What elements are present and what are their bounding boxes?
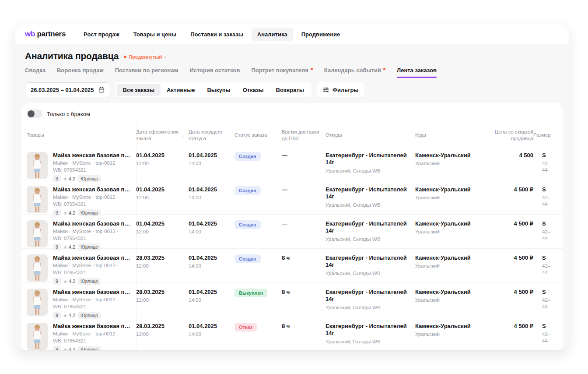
price-value: 4 500 ₽ (485, 186, 533, 193)
destination-region: Уральский (415, 229, 480, 235)
order-row[interactable]: Майка женская базовая под пи… Майки · My… (21, 317, 563, 350)
destination-region: Уральский (415, 194, 480, 201)
size-cell: S 42–44 (533, 186, 556, 208)
price-value: 4 500 (485, 152, 533, 159)
menu-item[interactable]: Товары и цены (128, 28, 182, 41)
origin-cell: Екатеринбург - Испытателей 14г Уральский… (326, 152, 415, 174)
column-header-label: Цена со скидкой продавца (485, 129, 533, 142)
product-title: Майка женская базовая под пи… (53, 186, 131, 193)
tab[interactable]: Портрет покупателя (251, 67, 312, 79)
menu-item[interactable]: Рост продаж (78, 28, 125, 41)
column-header: Время доставки до ПВЗ (282, 129, 326, 142)
tab[interactable]: Лента заказов (397, 67, 437, 79)
menu-item[interactable]: Аналитика (252, 28, 293, 41)
menu-item[interactable]: Поставки и заказы (185, 28, 249, 41)
order-status-badge: Создан (234, 254, 261, 263)
product-chips: 9 ★4,2 Юрлицо (53, 209, 131, 216)
qty-chip: 9 (53, 278, 61, 285)
order-date: 01.04.2025 (136, 152, 183, 159)
order-row[interactable]: Майка женская базовая под пи… Майки · My… (21, 282, 563, 317)
title-row: Аналитика продавца Продвинутый › (25, 51, 559, 61)
segment-button[interactable]: Возвраты (270, 84, 310, 96)
delivery-time-cell: — (282, 186, 326, 193)
segment-button[interactable]: Все заказы (117, 84, 161, 96)
order-time: 12:00 (136, 160, 183, 167)
toggle-row: Только с браком (21, 103, 563, 124)
price-cell: 4 500 (485, 152, 533, 159)
tab[interactable]: Календарь событий (324, 67, 385, 79)
product-wb-number: WB: 07654321 (53, 201, 131, 207)
origin: Екатеринбург - Испытателей 14г (326, 220, 410, 235)
order-row[interactable]: Майка женская базовая под пи… Майки · My… (21, 146, 563, 180)
order-date-cell: 28.03.2025 12:00 (136, 289, 189, 303)
order-status-badge: Создан (234, 186, 261, 195)
star-icon: ★ (63, 245, 67, 250)
order-time: 12:00 (136, 263, 183, 269)
product-wb-number: WB: 07654321 (53, 303, 131, 310)
plan-badge[interactable]: Продвинутый › (124, 54, 166, 60)
tab[interactable]: Сводка (25, 67, 46, 79)
filters-button[interactable]: Фильтры (317, 82, 365, 97)
tab-label: Поставки по регионам (115, 67, 178, 74)
order-time: 12:00 (136, 229, 183, 235)
tab[interactable]: Поставки по регионам (115, 67, 178, 79)
segment-button[interactable]: Активные (161, 84, 201, 96)
tab[interactable]: Воронка продаж (57, 67, 104, 79)
order-date: 01.04.2025 (136, 186, 183, 193)
destination: Каменск-Уральский (415, 152, 480, 159)
product-rating: ★4,2 (63, 347, 75, 350)
origin-cell: Екатеринбург - Испытателей 14г Уральский… (326, 254, 415, 276)
entity-chip: Юрлицо (78, 209, 101, 216)
product-subtitle: Майки · MyStore · top-0012 · (53, 262, 131, 268)
order-status-badge: Выкуплен (234, 289, 267, 297)
segment-button[interactable]: Отказы (237, 84, 270, 96)
column-header-label: Время доставки до ПВЗ (282, 129, 321, 142)
product-rating: ★4,2 (63, 279, 75, 284)
column-divider (136, 124, 136, 350)
origin-region: Уральский, Склады WB (326, 236, 410, 243)
order-row[interactable]: Майка женская базовая под пи… Майки · My… (21, 214, 563, 248)
tab-label: Календарь событий (324, 67, 381, 74)
tab-label: Портрет покупателя (251, 67, 308, 74)
status-cell: Создан (234, 186, 282, 195)
product-cell: Майка женская базовая под пи… Майки · My… (27, 220, 136, 251)
order-status-badge: Создан (234, 152, 261, 161)
size-cell: S 42–44 (533, 220, 556, 242)
product-wb-number: WB: 07654321 (53, 269, 131, 275)
rating-value: 4,2 (69, 176, 75, 181)
product-wb-number: WB: 07654321 (53, 235, 131, 241)
order-date-cell: 01.04.2025 12:00 (136, 220, 189, 235)
status-date-cell: 01.04.2025 14:00 (189, 186, 234, 201)
tab[interactable]: История остатков (189, 67, 240, 79)
product-cell: Майка женская базовая под пи… Майки · My… (27, 289, 136, 319)
origin: Екатеринбург - Испытателей 14г (326, 152, 410, 166)
star-icon: ★ (63, 279, 67, 284)
page-title: Аналитика продавца (25, 51, 119, 61)
size-range: 42–44 (542, 331, 556, 344)
entity-chip: Юрлицо (78, 175, 101, 182)
entity-chip: Юрлицо (78, 278, 101, 285)
column-header: Размер (533, 132, 556, 138)
product-cell: Майка женская базовая под пи… Майки · My… (27, 254, 136, 285)
order-time: 12:00 (136, 331, 183, 338)
order-row[interactable]: Майка женская базовая под пи… Майки · My… (21, 180, 563, 214)
destination-cell: Каменск-Уральский Уральский (415, 186, 485, 201)
date-range-picker[interactable]: 26.03.2025 – 01.04.2025 (25, 82, 110, 97)
price-cell: 4 500 ₽ (485, 220, 533, 227)
product-image (27, 254, 48, 282)
toggle-knob (28, 110, 35, 117)
menu-item[interactable]: Продвижение (296, 28, 346, 41)
delivery-time-cell: 8 ч (282, 323, 326, 330)
sort-desc-icon[interactable]: ↓ (228, 132, 230, 138)
sort-desc-icon[interactable]: ↓ (182, 132, 184, 138)
segment-button[interactable]: Выкупы (201, 84, 236, 96)
order-row[interactable]: Майка женская базовая под пи… Майки · My… (21, 248, 563, 282)
column-header-label: Дата оформления заказа (136, 129, 180, 142)
column-header-label: Куда (415, 132, 426, 138)
wb-partners-logo: wb partners (25, 30, 66, 39)
origin-region: Уральский, Склады WB (326, 168, 410, 174)
defect-only-toggle[interactable] (27, 109, 42, 118)
product-image (27, 289, 48, 316)
rating-value: 4,2 (69, 244, 75, 250)
product-info: Майка женская базовая под пи… Майки · My… (53, 323, 131, 350)
